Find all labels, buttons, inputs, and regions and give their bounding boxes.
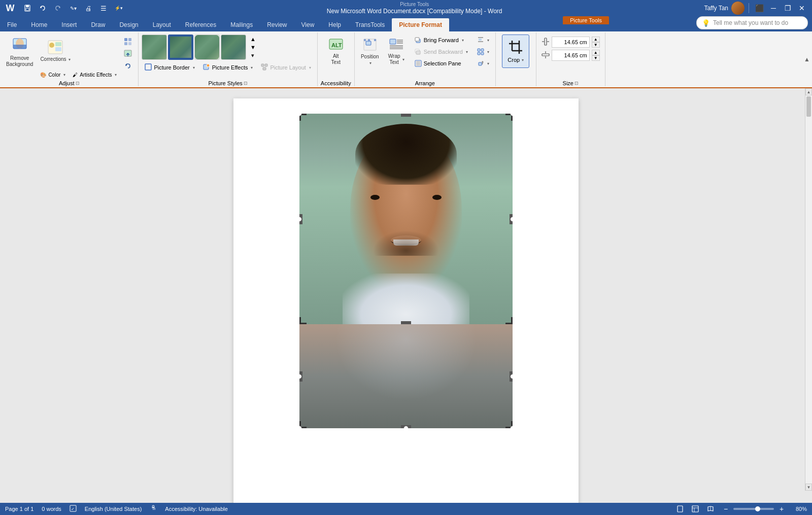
tab-view[interactable]: View xyxy=(294,18,322,31)
picture-layout-button[interactable]: Picture Layout ▾ xyxy=(258,62,314,73)
save-qat-button[interactable] xyxy=(21,2,33,14)
zoom-level[interactable]: 80% xyxy=(789,506,807,512)
minimize-button[interactable]: ─ xyxy=(767,2,780,14)
alt-text-button[interactable]: ALT Alt Text xyxy=(322,35,350,68)
align-group-rotate-stack: ▾ ▾ ▾ xyxy=(474,35,492,69)
tab-insert[interactable]: Insert xyxy=(54,18,84,31)
restore-button[interactable]: ❐ xyxy=(782,2,794,14)
tab-review[interactable]: Review xyxy=(260,18,294,31)
scroll-up-button[interactable]: ▲ xyxy=(805,88,812,95)
ribbon-display-button[interactable]: ⬛ xyxy=(753,2,765,14)
width-input[interactable] xyxy=(552,50,590,61)
picture-styles-expand-button[interactable]: ⊡ xyxy=(244,81,248,86)
compress-icon xyxy=(124,38,132,47)
remove-background-button[interactable]: Remove Background xyxy=(3,35,36,68)
svg-rect-12 xyxy=(124,38,127,41)
size-expand-button[interactable]: ⊡ xyxy=(574,81,579,86)
wrap-text-button[interactable]: Wrap Text ▾ xyxy=(384,35,409,68)
picture-style-1[interactable] xyxy=(142,35,167,60)
width-down-button[interactable]: ▼ xyxy=(592,55,600,61)
print-qat-button[interactable]: 🖨 xyxy=(82,2,94,14)
avatar[interactable] xyxy=(731,2,745,15)
height-input[interactable] xyxy=(552,37,590,48)
scroll-thumb[interactable] xyxy=(806,96,811,117)
print-layout-button[interactable] xyxy=(674,503,686,514)
picture-styles-content: ▲ ▼ ▾ Picture Border ▾ xyxy=(142,35,314,80)
height-down-button[interactable]: ▼ xyxy=(592,42,600,48)
styles-more[interactable]: ▾ xyxy=(248,52,257,59)
sel-handle-br[interactable] xyxy=(510,426,513,428)
tab-help[interactable]: Help xyxy=(321,18,348,31)
document-page xyxy=(233,98,579,503)
tab-draw[interactable]: Draw xyxy=(84,18,112,31)
tab-mailings[interactable]: Mailings xyxy=(223,18,260,31)
tab-picture-format[interactable]: Picture Format xyxy=(392,18,449,31)
zoom-out-button[interactable]: − xyxy=(720,503,731,514)
width-up-button[interactable]: ▲ xyxy=(592,50,600,55)
change-picture-button[interactable] xyxy=(121,49,135,60)
rotate-button[interactable]: ▾ xyxy=(474,58,492,69)
border-dropdown-arrow: ▾ xyxy=(193,65,195,70)
vertical-scrollbar[interactable]: ▲ ▼ xyxy=(805,88,812,491)
tab-transtools[interactable]: TransTools xyxy=(348,18,392,31)
read-mode-button[interactable] xyxy=(705,503,716,514)
image-selection-area[interactable] xyxy=(299,114,513,428)
corrections-dropdown-arrow: ▾ xyxy=(69,57,71,62)
tablet-mode-button[interactable]: ☰ xyxy=(97,2,110,14)
customize-qat-button[interactable]: ✎▾ xyxy=(67,2,79,14)
effects-dropdown-arrow: ▾ xyxy=(251,65,253,70)
picture-style-2[interactable] xyxy=(168,35,193,60)
send-backward-button[interactable]: Send Backward ▾ xyxy=(411,46,472,57)
bring-forward-button[interactable]: Bring Forward ▾ xyxy=(411,35,472,46)
title-bar-left: W ✎▾ 🖨 ☰ ⚡▾ xyxy=(4,2,125,14)
corrections-button[interactable]: Corrections ▾ xyxy=(37,35,73,68)
close-button[interactable]: ✕ xyxy=(796,2,808,14)
language[interactable]: English (United States) xyxy=(85,506,142,512)
tab-file[interactable]: File xyxy=(0,18,24,31)
alt-text-label: Alt Text xyxy=(331,53,341,65)
tab-home[interactable]: Home xyxy=(24,18,54,31)
redo-qat-button[interactable] xyxy=(52,2,64,14)
picture-effects-button[interactable]: Picture Effects ▾ xyxy=(200,62,256,73)
group-button[interactable]: ▾ xyxy=(474,46,492,57)
web-layout-button[interactable] xyxy=(690,503,701,514)
styles-scroll-down[interactable]: ▼ xyxy=(248,44,257,51)
tab-references[interactable]: References xyxy=(178,18,223,31)
position-button[interactable]: Position ▾ xyxy=(358,35,382,68)
size-group-label: Size xyxy=(563,80,573,86)
align-button[interactable]: ▾ xyxy=(474,35,492,46)
accessibility-status[interactable]: Accessibility: Unavailable xyxy=(165,506,228,512)
crop-button[interactable]: Crop ▾ xyxy=(502,35,529,68)
color-button[interactable]: 🎨 Color ▾ xyxy=(37,69,69,80)
ribbon-scroll-up[interactable]: ▲ xyxy=(804,56,810,63)
height-up-button[interactable]: ▲ xyxy=(592,37,600,42)
adjust-expand-button[interactable]: ⊡ xyxy=(76,81,80,86)
zoom-in-button[interactable]: + xyxy=(776,503,787,514)
sel-handle-mr-bot[interactable] xyxy=(510,374,513,379)
picture-styles-group-label: Picture Styles xyxy=(209,80,243,86)
styles-scroll-up[interactable]: ▲ xyxy=(248,36,257,43)
autosave-button[interactable]: ⚡▾ xyxy=(113,2,125,14)
compress-pictures-button[interactable] xyxy=(121,37,135,48)
picture-style-4[interactable] xyxy=(221,35,246,60)
rotate-arrow: ▾ xyxy=(487,61,489,66)
picture-tools-tab-label: Picture Tools xyxy=(400,2,429,7)
sel-handle-mr[interactable] xyxy=(510,217,513,222)
tab-design[interactable]: Design xyxy=(112,18,145,31)
undo-qat-button[interactable] xyxy=(37,2,49,14)
tell-me-search[interactable]: 💡 Tell me what you want to do xyxy=(696,16,808,29)
picture-border-button[interactable]: Picture Border ▾ xyxy=(142,62,197,73)
tab-layout[interactable]: Layout xyxy=(146,18,178,31)
scroll-down-button[interactable]: ▼ xyxy=(805,484,812,491)
picture-style-buttons: Picture Border ▾ Picture Effects ▾ xyxy=(142,62,314,73)
zoom-track[interactable] xyxy=(733,508,774,510)
sel-handle-bm[interactable] xyxy=(403,426,409,428)
reset-picture-button[interactable] xyxy=(121,61,135,72)
svg-rect-11 xyxy=(55,47,61,51)
tell-me-text: Tell me what you want to do xyxy=(713,19,788,26)
picture-style-3[interactable] xyxy=(194,35,220,60)
selection-pane-button[interactable]: Selection Pane xyxy=(411,58,472,69)
svg-rect-29 xyxy=(368,39,370,41)
artistic-effects-button[interactable]: 🖌 Artistic Effects ▾ xyxy=(70,69,120,80)
svg-rect-2 xyxy=(26,8,29,11)
